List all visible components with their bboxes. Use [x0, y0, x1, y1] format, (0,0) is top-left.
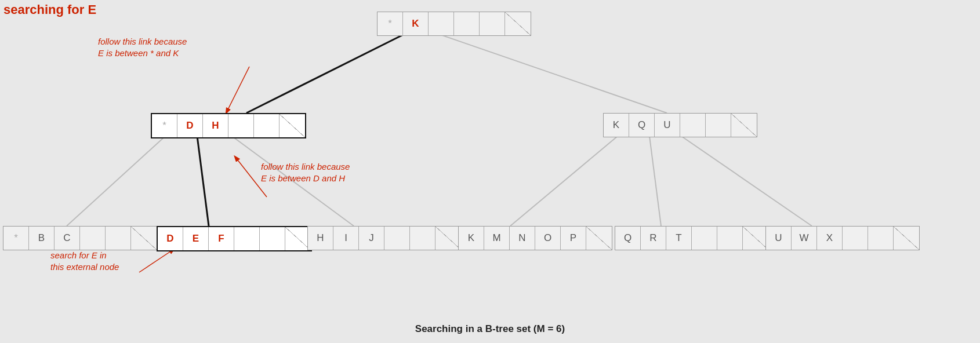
- cell-H: H: [203, 114, 228, 137]
- cell-leaf6-4: [868, 227, 894, 250]
- cell-K: K: [403, 12, 429, 35]
- cell-leaf4-2: N: [510, 227, 535, 250]
- cell-leaf4-3: O: [535, 227, 561, 250]
- cell-diag: [743, 227, 768, 250]
- cell-diag: [435, 227, 461, 250]
- cell-leaf6-0: U: [766, 227, 792, 250]
- svg-line-6: [649, 136, 661, 226]
- cell-root-0: *: [378, 12, 403, 35]
- svg-line-0: [246, 35, 403, 113]
- node-mid_left: *DH: [151, 113, 306, 138]
- cell-mid_left-0: *: [152, 114, 177, 137]
- cell-diag: [505, 12, 531, 35]
- cell-leaf1-3: [80, 227, 106, 250]
- cell-leaf6-2: X: [817, 227, 843, 250]
- cell-D: D: [158, 227, 183, 250]
- cell-root-4: [480, 12, 505, 35]
- cell-leaf6-1: W: [792, 227, 817, 250]
- cell-diag: [894, 227, 919, 250]
- cell-D: D: [177, 114, 203, 137]
- cell-leaf4-1: M: [484, 227, 510, 250]
- svg-line-5: [510, 136, 618, 226]
- cell-leaf5-0: Q: [615, 227, 641, 250]
- svg-line-1: [441, 35, 667, 113]
- node-root: *K: [377, 12, 531, 36]
- node-leaf4: KMNOP: [458, 226, 612, 250]
- cell-leaf5-2: T: [666, 227, 692, 250]
- title-highlight: E: [88, 2, 96, 17]
- cell-mid_left-4: [254, 114, 280, 137]
- cell-mid_right-4: [706, 114, 731, 137]
- cell-mid_right-0: K: [604, 114, 629, 137]
- cell-leaf3-3: [384, 227, 410, 250]
- cell-E: E: [183, 227, 209, 250]
- node-leaf1: *BC: [3, 226, 157, 250]
- caption: Searching in a B-tree set (M = 6): [415, 323, 565, 335]
- svg-line-2: [67, 136, 165, 226]
- cell-leaf1-1: B: [29, 227, 55, 250]
- cell-root-3: [454, 12, 480, 35]
- cell-leaf3-1: I: [333, 227, 359, 250]
- node-leaf6: UWX: [765, 226, 920, 250]
- cell-leaf3-4: [410, 227, 435, 250]
- cell-mid_right-1: Q: [629, 114, 655, 137]
- node-leaf2: DEF: [157, 226, 312, 251]
- svg-line-7: [681, 136, 812, 226]
- cell-mid_left-3: [228, 114, 254, 137]
- cell-root-2: [429, 12, 454, 35]
- svg-line-3: [197, 136, 209, 226]
- cell-mid_right-3: [680, 114, 706, 137]
- node-leaf5: QRT: [615, 226, 769, 250]
- title-prefix: searching for: [3, 2, 88, 17]
- annotation-3: search for E in this external node: [50, 250, 119, 272]
- cell-F: F: [209, 227, 234, 250]
- cell-leaf4-0: K: [459, 227, 484, 250]
- cell-diag: [131, 227, 157, 250]
- node-leaf3: HIJ: [307, 226, 462, 250]
- cell-diag: [731, 114, 757, 137]
- annotation-2: follow this link because E is between D …: [261, 161, 350, 184]
- cell-leaf4-4: P: [561, 227, 586, 250]
- cell-leaf2-3: [234, 227, 260, 250]
- cell-diag: [280, 114, 305, 137]
- cell-leaf6-3: [843, 227, 868, 250]
- cell-mid_right-2: U: [655, 114, 680, 137]
- annotation-1: follow this link because E is between * …: [98, 36, 187, 59]
- svg-line-10: [139, 249, 174, 272]
- cell-leaf1-0: *: [3, 227, 29, 250]
- cell-leaf3-2: J: [359, 227, 384, 250]
- cell-leaf3-0: H: [308, 227, 333, 250]
- node-mid_right: KQU: [603, 113, 757, 137]
- cell-leaf5-4: [717, 227, 743, 250]
- cell-leaf5-1: R: [641, 227, 666, 250]
- cell-leaf2-4: [260, 227, 285, 250]
- cell-leaf1-4: [106, 227, 131, 250]
- cell-leaf5-3: [692, 227, 717, 250]
- page-title: searching for E: [3, 2, 96, 17]
- cell-leaf1-2: C: [55, 227, 80, 250]
- svg-line-8: [226, 67, 249, 113]
- cell-diag: [586, 227, 612, 250]
